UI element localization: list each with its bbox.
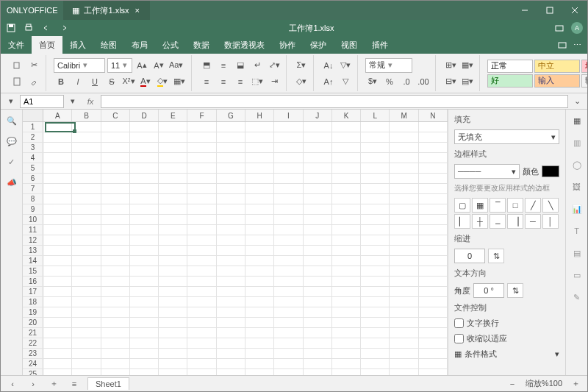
- cell[interactable]: [217, 266, 245, 276]
- align-right-button[interactable]: ≡: [233, 74, 248, 89]
- cell[interactable]: [217, 204, 245, 214]
- cell[interactable]: [159, 277, 187, 286]
- cell[interactable]: [332, 225, 361, 235]
- style-cell-0[interactable]: 正常: [487, 60, 533, 73]
- menu-7[interactable]: 数据透视表: [217, 36, 272, 54]
- cell[interactable]: [419, 256, 448, 266]
- cell[interactable]: [390, 215, 418, 224]
- remove-filter-button[interactable]: ▽: [338, 74, 353, 89]
- cell[interactable]: [361, 359, 390, 368]
- cell[interactable]: [187, 235, 216, 245]
- cell[interactable]: [361, 225, 390, 235]
- cell[interactable]: [390, 246, 418, 255]
- cell[interactable]: [304, 349, 332, 358]
- cell[interactable]: [43, 153, 72, 163]
- cell[interactable]: [101, 153, 130, 163]
- cell[interactable]: [245, 225, 274, 235]
- cell[interactable]: [159, 297, 187, 307]
- cell[interactable]: [390, 297, 418, 307]
- cell[interactable]: [159, 143, 187, 152]
- menu-8[interactable]: 协作: [272, 36, 303, 54]
- table-settings-icon[interactable]: ▥: [570, 136, 584, 149]
- cell[interactable]: [101, 328, 130, 338]
- cell[interactable]: [43, 256, 72, 266]
- row-header[interactable]: 4: [23, 153, 43, 163]
- cell[interactable]: [361, 153, 390, 163]
- cell[interactable]: [101, 225, 130, 235]
- name-box[interactable]: A1: [20, 95, 64, 108]
- cell[interactable]: [72, 318, 101, 327]
- menu-1[interactable]: 首页: [32, 36, 62, 54]
- cell[interactable]: [43, 338, 72, 348]
- row-header[interactable]: 21: [23, 328, 43, 338]
- cell[interactable]: [245, 235, 274, 245]
- cell[interactable]: [130, 215, 159, 224]
- cell[interactable]: [72, 235, 101, 245]
- cell[interactable]: [390, 369, 418, 375]
- cell[interactable]: [101, 359, 130, 368]
- cell[interactable]: [304, 204, 332, 214]
- zoom-out-button[interactable]: −: [505, 377, 520, 391]
- cell[interactable]: [187, 338, 216, 348]
- cell[interactable]: [217, 163, 245, 173]
- cell[interactable]: [101, 256, 130, 266]
- cell[interactable]: [72, 204, 101, 214]
- border-vmid-button[interactable]: │: [542, 214, 559, 229]
- cell[interactable]: [101, 143, 130, 152]
- cond-format-button[interactable]: ▦▾: [460, 58, 475, 73]
- border-left-button[interactable]: ▏: [454, 214, 470, 229]
- cell[interactable]: [332, 338, 361, 348]
- cell[interactable]: [217, 132, 245, 142]
- cell[interactable]: [390, 194, 418, 204]
- cell[interactable]: [130, 163, 159, 173]
- cell[interactable]: [274, 194, 303, 204]
- cell[interactable]: [245, 297, 274, 307]
- sort-asc-button[interactable]: A↓: [321, 58, 336, 73]
- cell[interactable]: [43, 184, 72, 193]
- cell[interactable]: [187, 184, 216, 193]
- cell[interactable]: [43, 328, 72, 338]
- redo-icon[interactable]: [58, 22, 70, 34]
- cell[interactable]: [245, 287, 274, 296]
- cell[interactable]: [187, 153, 216, 163]
- signature-icon[interactable]: ✎: [570, 291, 584, 304]
- cell[interactable]: [101, 318, 130, 327]
- cell[interactable]: [245, 122, 274, 132]
- cell[interactable]: [187, 307, 216, 317]
- find-icon[interactable]: 🔍: [5, 114, 18, 127]
- cell[interactable]: [274, 338, 303, 348]
- cell[interactable]: [419, 246, 448, 255]
- border-right-button[interactable]: ▕: [507, 214, 523, 229]
- align-middle-button[interactable]: ≡: [216, 58, 231, 73]
- row-header[interactable]: 5: [23, 163, 43, 173]
- align-top-button[interactable]: ⬒: [199, 58, 214, 73]
- cell[interactable]: [245, 277, 274, 286]
- column-header[interactable]: I: [274, 110, 303, 121]
- cell[interactable]: [159, 225, 187, 235]
- cell[interactable]: [159, 338, 187, 348]
- cell[interactable]: [419, 215, 448, 224]
- cell[interactable]: [304, 235, 332, 245]
- cell[interactable]: [274, 163, 303, 173]
- cell[interactable]: [159, 122, 187, 132]
- cell[interactable]: [274, 184, 303, 193]
- cell[interactable]: [304, 338, 332, 348]
- cell[interactable]: [274, 143, 303, 152]
- fx-label[interactable]: fx: [82, 97, 99, 106]
- formula-input[interactable]: [101, 95, 568, 108]
- cell[interactable]: [361, 235, 390, 245]
- cell[interactable]: [217, 307, 245, 317]
- cell[interactable]: [361, 349, 390, 358]
- underline-button[interactable]: U: [87, 74, 102, 89]
- cell[interactable]: [72, 246, 101, 255]
- cell[interactable]: [419, 153, 448, 163]
- cell[interactable]: [304, 215, 332, 224]
- cell[interactable]: [187, 256, 216, 266]
- cell[interactable]: [361, 297, 390, 307]
- style-cell-5[interactable]: 输出: [581, 74, 588, 88]
- cell[interactable]: [217, 153, 245, 163]
- sheet-list-button[interactable]: ≡: [67, 377, 82, 391]
- row-header[interactable]: 19: [23, 307, 43, 317]
- image-settings-icon[interactable]: 🖼: [570, 180, 584, 193]
- cell[interactable]: [130, 143, 159, 152]
